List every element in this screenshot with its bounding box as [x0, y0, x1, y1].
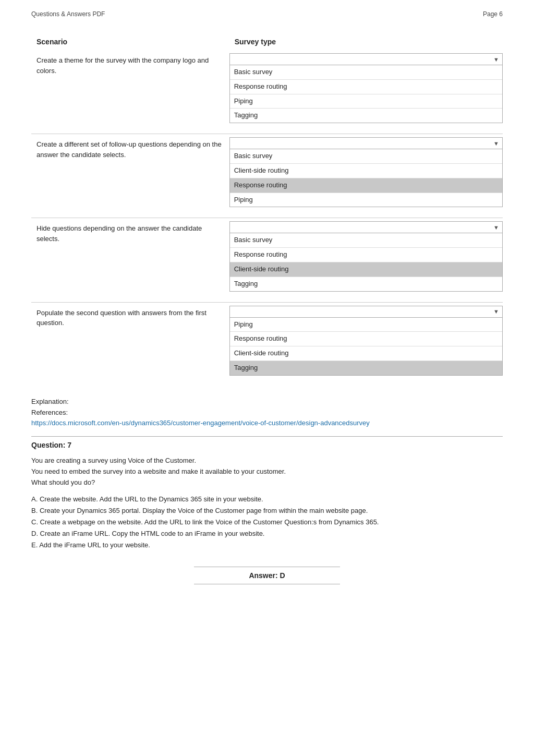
header-left: Questions & Answers PDF	[31, 10, 105, 18]
explanation-section: Explanation: References: https://docs.mi…	[31, 397, 503, 429]
dropdown-header-2[interactable]: ▼	[230, 222, 502, 233]
dropdown-container-0: ▼Basic surveyResponse routingPipingTaggi…	[229, 53, 503, 123]
answer-option: E. Add the iFrame URL to your website.	[31, 539, 503, 551]
page-header: Questions & Answers PDF Page 6	[31, 10, 503, 18]
answer-option: B. Create your Dynamics 365 portal. Disp…	[31, 505, 503, 517]
dropdown-container-2: ▼Basic surveyResponse routingClient-side…	[229, 221, 503, 291]
survey-type-cell-1: ▼Basic surveyClient-side routingResponse…	[229, 134, 503, 218]
answer-option: D. Create an iFrame URL. Copy the HTML c…	[31, 528, 503, 539]
dropdown-options-0: Basic surveyResponse routingPipingTaggin…	[230, 65, 502, 123]
dropdown-options-3: PipingResponse routingClient-side routin…	[230, 318, 502, 375]
question-options: A. Create the website. Add the URL to th…	[31, 494, 503, 551]
dropdown-option[interactable]: Piping	[230, 318, 502, 332]
dropdown-header-1[interactable]: ▼	[230, 138, 502, 149]
dropdown-header-0[interactable]: ▼	[230, 54, 502, 65]
chevron-down-icon: ▼	[493, 224, 499, 231]
dropdown-option[interactable]: Response routing	[230, 332, 502, 346]
dropdown-option[interactable]: Basic survey	[230, 233, 502, 248]
scenario-cell-1: Create a different set of follow-up ques…	[31, 134, 229, 218]
chevron-down-icon: ▼	[493, 140, 499, 147]
dropdown-container-1: ▼Basic surveyClient-side routingResponse…	[229, 137, 503, 207]
dropdown-option[interactable]: Basic survey	[230, 65, 502, 80]
dropdown-option[interactable]: Response routing	[230, 178, 502, 193]
question-body-line: You are creating a survey using Voice of…	[31, 455, 503, 466]
dropdown-header-3[interactable]: ▼	[230, 306, 502, 318]
dropdown-options-1: Basic surveyClient-side routingResponse …	[230, 149, 502, 207]
col-header-surveytype: Survey type	[229, 33, 503, 50]
chevron-down-icon: ▼	[493, 308, 499, 315]
question-body-line: What should you do?	[31, 477, 503, 488]
dropdown-option[interactable]: Response routing	[230, 80, 502, 94]
answer-block: Answer: D	[194, 567, 340, 584]
survey-type-cell-0: ▼Basic surveyResponse routingPipingTaggi…	[229, 50, 503, 134]
dropdown-options-2: Basic surveyResponse routingClient-side …	[230, 233, 502, 291]
dropdown-option[interactable]: Client-side routing	[230, 262, 502, 277]
question-body: You are creating a survey using Voice of…	[31, 455, 503, 488]
references-label: References:	[31, 407, 503, 418]
reference-link[interactable]: https://docs.microsoft.com/en-us/dynamic…	[31, 419, 370, 427]
dropdown-option[interactable]: Response routing	[230, 248, 502, 262]
dropdown-option[interactable]: Client-side routing	[230, 346, 502, 361]
page-container: Questions & Answers PDF Page 6 Scenario …	[0, 0, 534, 605]
answer-option: C. Create a webpage on the website. Add …	[31, 517, 503, 528]
col-header-scenario: Scenario	[31, 33, 229, 50]
chevron-down-icon: ▼	[493, 56, 499, 63]
scenario-cell-2: Hide questions depending on the answer t…	[31, 218, 229, 302]
explanation-label: Explanation:	[31, 397, 503, 407]
survey-type-cell-3: ▼PipingResponse routingClient-side routi…	[229, 302, 503, 386]
dropdown-option[interactable]: Tagging	[230, 109, 502, 123]
question-body-line: You need to embed the survey into a webs…	[31, 466, 503, 477]
dropdown-option[interactable]: Piping	[230, 193, 502, 207]
scenario-cell-3: Populate the second question with answer…	[31, 302, 229, 386]
answer-wrap: Answer: D	[31, 567, 503, 584]
survey-type-cell-2: ▼Basic surveyResponse routingClient-side…	[229, 218, 503, 302]
dropdown-option[interactable]: Tagging	[230, 277, 502, 291]
header-right: Page 6	[483, 10, 503, 18]
dropdown-option[interactable]: Basic survey	[230, 149, 502, 164]
scenario-cell-0: Create a theme for the survey with the c…	[31, 50, 229, 134]
dropdown-option[interactable]: Tagging	[230, 361, 502, 375]
scenario-table-section: Scenario Survey type Create a theme for …	[31, 33, 503, 386]
dropdown-option[interactable]: Client-side routing	[230, 164, 502, 178]
dropdown-container-3: ▼PipingResponse routingClient-side routi…	[229, 306, 503, 376]
dropdown-option[interactable]: Piping	[230, 94, 502, 109]
scenario-table: Scenario Survey type Create a theme for …	[31, 33, 503, 386]
question-title: Question: 7	[31, 441, 503, 449]
question-divider	[31, 436, 503, 437]
answer-option: A. Create the website. Add the URL to th…	[31, 494, 503, 505]
